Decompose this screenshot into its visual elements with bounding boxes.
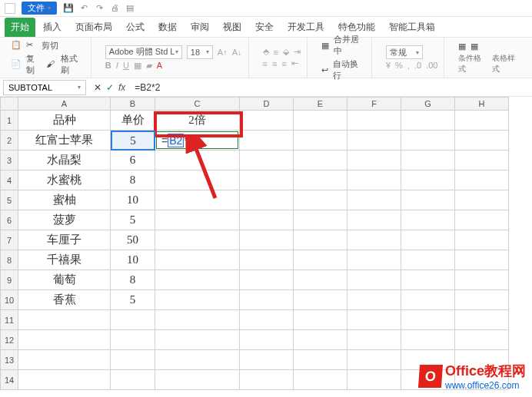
align-left-icon[interactable]: ≡ [263,59,268,68]
align-right-icon[interactable]: ≡ [281,59,286,68]
col-header-H[interactable]: H [455,97,509,111]
cell-A7[interactable]: 车厘子 [18,230,111,250]
cell-G2[interactable] [401,131,455,151]
merge-icon[interactable]: ▦ [321,41,329,51]
cell-C9[interactable] [155,270,240,290]
cell-B13[interactable] [111,350,155,370]
cell-D9[interactable] [240,270,294,290]
tab-smart[interactable]: 智能工具箱 [383,18,441,37]
italic-button[interactable]: I [116,61,118,70]
name-box[interactable]: SUBTOTAL ▾ [3,80,86,95]
cell-B7[interactable]: 50 [111,230,155,250]
cell-H7[interactable] [455,230,509,250]
cell-G8[interactable] [401,250,455,270]
tab-review[interactable]: 审阅 [185,18,215,37]
cell-C11[interactable] [155,310,240,330]
cell-D13[interactable] [240,350,294,370]
cell-A1[interactable]: 品种 [18,111,111,131]
cell-B10[interactable]: 5 [111,290,155,310]
dec-decimal-icon[interactable]: .00 [426,61,437,70]
file-menu-button[interactable]: 文件 ▾ [22,2,57,15]
cell-D7[interactable] [240,230,294,250]
cell-B9[interactable]: 8 [111,270,155,290]
cell-B4[interactable]: 8 [111,170,155,190]
font-size-select[interactable]: 18▾ [187,45,213,59]
col-header-C[interactable]: C [155,97,240,111]
comma-icon[interactable]: , [407,61,410,70]
cell-C1[interactable]: 2倍 [155,111,240,131]
row-header-7[interactable]: 7 [0,230,18,250]
save-icon[interactable]: 💾 [63,3,74,14]
cell-A3[interactable]: 水晶梨 [18,151,111,170]
cell-F12[interactable] [347,330,401,350]
cell-A9[interactable]: 葡萄 [18,270,111,290]
cell-B3[interactable]: 6 [111,151,155,170]
cell-D8[interactable] [240,250,294,270]
cell-G10[interactable] [401,290,455,310]
underline-button[interactable]: U [123,61,129,70]
cell-B11[interactable] [111,310,155,330]
cell-E7[interactable] [294,230,347,250]
tab-insert[interactable]: 插入 [37,18,68,37]
cell-G11[interactable] [401,310,455,330]
cell-D4[interactable] [240,170,294,190]
cell-F2[interactable] [347,131,401,151]
cell-A12[interactable] [18,330,111,350]
decrease-font-icon[interactable]: A↓ [232,48,242,57]
cell-F14[interactable] [347,370,401,390]
cell-D2[interactable] [240,131,294,151]
row-header-10[interactable]: 10 [0,290,18,310]
cell-E9[interactable] [294,270,347,290]
col-header-F[interactable]: F [347,97,401,111]
cell-A13[interactable] [18,350,111,370]
cell-H8[interactable] [455,250,509,270]
cell-F8[interactable] [347,250,401,270]
cell-B2[interactable]: 5 [111,131,155,151]
cell-B1[interactable]: 单价 [111,111,155,131]
align-top-icon[interactable]: ⬘ [263,47,269,57]
cell-F7[interactable] [347,230,401,250]
cell-H5[interactable] [455,190,509,210]
col-header-D[interactable]: D [240,97,294,111]
cell-D5[interactable] [240,190,294,210]
col-header-E[interactable]: E [294,97,347,111]
cell-E11[interactable] [294,310,347,330]
cell-C12[interactable] [155,330,240,350]
row-header-3[interactable]: 3 [0,151,18,170]
cell-D3[interactable] [240,151,294,170]
copy-icon[interactable]: 📄 [11,59,22,70]
print-icon[interactable]: 🖨 [109,3,120,14]
cell-G5[interactable] [401,190,455,210]
cell-B12[interactable] [111,330,155,350]
cell-E8[interactable] [294,250,347,270]
cell-H3[interactable] [455,151,509,170]
tab-security[interactable]: 安全 [249,18,280,37]
cell-H4[interactable] [455,170,509,190]
cell-G1[interactable] [401,111,455,131]
cell-E12[interactable] [294,330,347,350]
cancel-icon[interactable]: ✕ [94,82,101,93]
cell-C6[interactable] [155,210,240,230]
select-all-corner[interactable] [0,97,18,111]
cell-A10[interactable]: 香蕉 [18,290,111,310]
row-header-5[interactable]: 5 [0,190,18,210]
fx-icon[interactable]: fx [118,82,125,93]
cell-G12[interactable] [401,330,455,350]
cell-H10[interactable] [455,290,509,310]
cell-G6[interactable] [401,210,455,230]
cell-A2[interactable]: 红富士苹果 [18,131,111,151]
tab-home[interactable]: 开始 [5,18,35,37]
cell-C3[interactable] [155,151,240,170]
cell-G9[interactable] [401,270,455,290]
cell-H2[interactable] [455,131,509,151]
cell-F11[interactable] [347,310,401,330]
tab-view[interactable]: 视图 [217,18,248,37]
bold-button[interactable]: B [105,61,111,70]
cell-G3[interactable] [401,151,455,170]
cell-D1[interactable] [240,111,294,131]
cell-F4[interactable] [347,170,401,190]
cell-E2[interactable] [294,131,347,151]
col-header-A[interactable]: A [18,97,111,111]
number-format-select[interactable]: 常规▾ [386,45,423,59]
cell-F3[interactable] [347,151,401,170]
